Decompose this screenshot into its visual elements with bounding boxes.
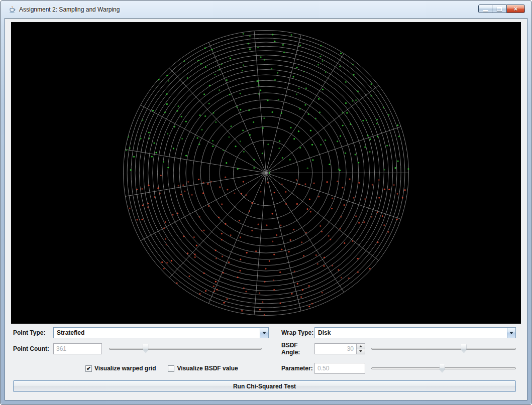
- spinner-up-button[interactable]: [357, 344, 365, 349]
- point-count-label: Point Count:: [13, 345, 53, 352]
- visualize-warped-grid-label: Visualize warped grid: [94, 365, 156, 372]
- point-type-dropdown-button[interactable]: [260, 328, 268, 338]
- wrap-type-dropdown-button[interactable]: [507, 328, 515, 338]
- point-count-slider-track: [109, 348, 262, 350]
- visualize-bsdf-value-checkbox[interactable]: Visualize BSDF value: [168, 365, 238, 372]
- wrap-type-label: Wrap Type:: [281, 329, 314, 336]
- parameter-slider[interactable]: [371, 363, 516, 373]
- parameter-slider-thumb[interactable]: [440, 364, 445, 373]
- control-panel: Point Type: Stratefied Wrap Type: Disk: [11, 324, 521, 374]
- disk-visualization: [11, 22, 521, 324]
- bsdf-angle-spinner[interactable]: 30: [314, 343, 365, 354]
- sample-canvas[interactable]: [11, 22, 521, 324]
- close-icon: ×: [514, 5, 518, 13]
- caption-buttons: ×: [478, 5, 525, 13]
- point-type-value: Stratefied: [54, 328, 260, 338]
- bsdf-angle-value: 30: [315, 344, 356, 354]
- point-count-slider[interactable]: [109, 344, 262, 354]
- bsdf-angle-slider[interactable]: [371, 344, 516, 354]
- visualize-bsdf-value-checkbox-box: [168, 365, 174, 372]
- point-count-value: 361: [56, 345, 66, 352]
- visualize-bsdf-value-label: Visualize BSDF value: [177, 365, 238, 372]
- visualize-warped-grid-checkbox-box: ✔: [85, 365, 92, 372]
- java-icon: [8, 6, 16, 14]
- chevron-down-icon: [359, 350, 362, 352]
- visualize-warped-grid-checkbox[interactable]: ✔ Visualize warped grid: [85, 365, 156, 372]
- maximize-button[interactable]: [492, 5, 506, 13]
- close-button[interactable]: ×: [506, 5, 525, 13]
- title-bar[interactable]: Assignment 2: Sampling and Warping ×: [1, 1, 531, 18]
- bsdf-angle-slider-track: [371, 348, 516, 350]
- spinner-down-button[interactable]: [357, 349, 365, 354]
- client-area: Point Type: Stratefied Wrap Type: Disk: [5, 18, 527, 400]
- run-chi-squared-button[interactable]: Run Chi-Squared Test: [13, 380, 516, 392]
- bsdf-angle-slider-thumb[interactable]: [461, 344, 467, 353]
- bsdf-angle-label: BSDF Angle:: [281, 342, 314, 356]
- minimize-icon: [483, 10, 488, 12]
- point-count-slider-thumb[interactable]: [143, 344, 148, 353]
- app-window: Assignment 2: Sampling and Warping × Poi…: [0, 0, 532, 405]
- chevron-down-icon: [262, 332, 266, 334]
- wrap-type-value: Disk: [315, 328, 507, 338]
- point-type-label: Point Type:: [13, 329, 53, 336]
- minimize-button[interactable]: [478, 5, 492, 13]
- parameter-label: Parameter:: [281, 365, 314, 372]
- wrap-type-combobox[interactable]: Disk: [314, 327, 516, 338]
- chevron-down-icon: [509, 332, 513, 334]
- parameter-field[interactable]: 0.50: [314, 363, 365, 374]
- maximize-icon: [497, 7, 502, 11]
- bsdf-angle-spinner-buttons: [356, 344, 365, 354]
- parameter-value: 0.50: [317, 365, 329, 372]
- point-count-field[interactable]: 361: [53, 343, 102, 354]
- chevron-up-icon: [359, 345, 362, 347]
- point-type-combobox[interactable]: Stratefied: [53, 327, 269, 338]
- window-title: Assignment 2: Sampling and Warping: [19, 6, 120, 13]
